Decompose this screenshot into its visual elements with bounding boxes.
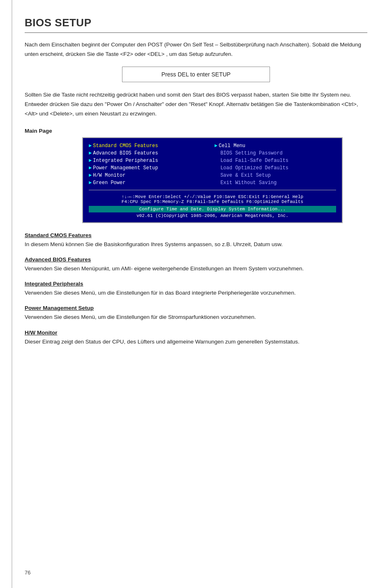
bios-footer-info-text: Configure Time and Date. Display System … bbox=[139, 207, 286, 212]
section-hw-monitor: H/W Monitor Dieser Eintrag zeigt den Sta… bbox=[25, 330, 367, 346]
section-title-standard-cmos: Standard CMOS Features bbox=[25, 232, 367, 238]
bios-item-save-exit[interactable]: Save & Exit Setup bbox=[214, 172, 336, 179]
page-container: BIOS SETUP Nach dem Einschalten beginnt … bbox=[0, 0, 392, 378]
bios-item-cell[interactable]: ►Cell Menu bbox=[214, 142, 336, 150]
section-title-power: Power Management Setup bbox=[25, 305, 367, 311]
title-divider bbox=[25, 32, 367, 33]
bios-menu-grid: ►Standard CMOS Features ►Advanced BIOS F… bbox=[89, 142, 336, 190]
bios-footer-keys-line1: ↑↓→←:Move Enter:Select +/-/:Value F10:Sa… bbox=[89, 194, 336, 199]
section-desc-standard-cmos: In diesem Menü können Sie die Basiskonfi… bbox=[25, 240, 367, 249]
section-advanced-bios: Advanced BIOS Features Verwenden Sie die… bbox=[25, 256, 367, 273]
section-desc-integrated: Verwenden Sie dieses Menü, um die Einste… bbox=[25, 288, 367, 297]
intro-paragraph-1: Nach dem Einschalten beginnt der Compute… bbox=[25, 40, 367, 59]
bios-footer-keys: ↑↓→←:Move Enter:Select +/-/:Value F10:Sa… bbox=[89, 194, 336, 204]
section-title-hw: H/W Monitor bbox=[25, 330, 367, 336]
bios-footer-keys-line2: F4:CPU Spec F5:Memory-Z F8:Fail-Safe Def… bbox=[89, 199, 336, 204]
bios-item-hw[interactable]: ►H/W Monitor bbox=[89, 172, 210, 179]
press-del-box: Press DEL to enter SETUP bbox=[122, 67, 270, 82]
bios-item-standard[interactable]: ►Standard CMOS Features bbox=[89, 142, 210, 150]
main-page-heading: Main Page bbox=[25, 128, 367, 134]
section-desc-hw: Dieser Eintrag zeigt den Status der CPU,… bbox=[25, 337, 367, 346]
bios-right-col: ►Cell Menu BIOS Setting Password Load Fa… bbox=[214, 142, 336, 187]
bios-item-power[interactable]: ►Power Management Setup bbox=[89, 164, 210, 172]
bios-item-exit-nosave[interactable]: Exit Without Saving bbox=[214, 179, 336, 187]
section-desc-power: Verwenden Sie dieses Menü, um die Einste… bbox=[25, 313, 367, 322]
bios-item-integrated[interactable]: ►Integrated Peripherals bbox=[89, 157, 210, 164]
section-desc-advanced-bios: Verwenden Sie diesen Menüpunkt, um AMI- … bbox=[25, 264, 367, 273]
bios-footer-info-bar: Configure Time and Date. Display System … bbox=[89, 206, 336, 212]
bios-screen: ►Standard CMOS Features ►Advanced BIOS F… bbox=[82, 137, 343, 223]
intro-paragraph-2: Sollten Sie die Taste nicht rechtzeitig … bbox=[25, 90, 367, 119]
section-title-integrated: Integrated Peripherals bbox=[25, 281, 367, 287]
bios-item-green[interactable]: ►Green Power bbox=[89, 179, 210, 187]
section-standard-cmos: Standard CMOS Features In diesem Menü kö… bbox=[25, 232, 367, 249]
bios-item-optimized[interactable]: Load Optimized Defaults bbox=[214, 164, 336, 172]
sections-container: Standard CMOS Features In diesem Menü kö… bbox=[25, 232, 367, 346]
left-border bbox=[12, 0, 12, 588]
bios-item-failsafe[interactable]: Load Fail-Safe Defaults bbox=[214, 157, 336, 164]
press-del-text: Press DEL to enter SETUP bbox=[161, 71, 231, 78]
bios-item-password[interactable]: BIOS Setting Password bbox=[214, 150, 336, 157]
section-power-management: Power Management Setup Verwenden Sie die… bbox=[25, 305, 367, 322]
page-number: 76 bbox=[25, 570, 30, 576]
section-title-advanced-bios: Advanced BIOS Features bbox=[25, 256, 367, 263]
page-title: BIOS SETUP bbox=[25, 16, 367, 29]
bios-item-advanced[interactable]: ►Advanced BIOS Features bbox=[89, 150, 210, 157]
section-integrated-peripherals: Integrated Peripherals Verwenden Sie die… bbox=[25, 281, 367, 297]
bios-copyright: v02.61 (C)Copyright 1985-2006, American … bbox=[89, 213, 336, 218]
bios-left-col: ►Standard CMOS Features ►Advanced BIOS F… bbox=[89, 142, 210, 187]
